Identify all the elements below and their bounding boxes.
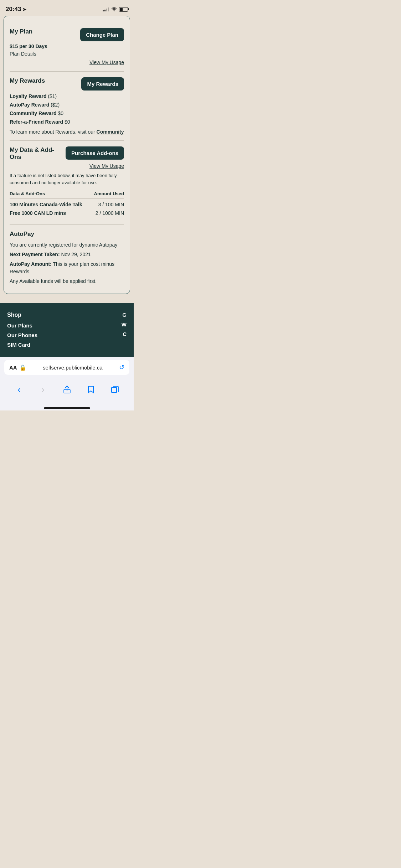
bookmarks-icon (87, 385, 95, 394)
status-icons (103, 7, 128, 12)
reward-community: Community Reward $0 (10, 110, 124, 116)
col-amount-used: Amount Used (94, 191, 124, 196)
my-rewards-button[interactable]: My Rewards (81, 77, 124, 91)
my-plan-title: My Plan (10, 28, 32, 35)
back-icon: ‹ (17, 384, 21, 395)
main-content: My Plan Change Plan $15 per 30 Days Plan… (0, 16, 134, 303)
my-plan-left: My Plan (10, 28, 32, 35)
reward-autopay: AutoPay Reward ($2) (10, 102, 124, 108)
autopay-available-funds: Any Available funds will be applied firs… (10, 278, 124, 285)
addon-row-2: Free 1000 CAN LD mins 2 / 1000 MIN (10, 210, 124, 216)
autopay-registered-text: You are currently registered for dynamic… (10, 241, 124, 249)
wifi-icon (111, 7, 117, 11)
community-link[interactable]: Community (97, 129, 124, 135)
addons-description: If a feature is not listed below, it may… (10, 172, 124, 186)
home-bar (44, 407, 90, 409)
browser-lock-icon: 🔒 (19, 364, 26, 371)
status-time: 20:43 ➤ (6, 6, 26, 13)
my-rewards-header: My Rewards My Rewards (10, 77, 124, 91)
browser-url-area[interactable]: AA 🔒 selfserve.publicmobile.ca ↺ (4, 360, 129, 375)
purchase-addons-button[interactable]: Purchase Add-ons (66, 146, 124, 160)
footer-our-plans[interactable]: Our Plans (7, 322, 37, 329)
data-addons-title: My Data & Add-Ons (10, 146, 66, 161)
reward-refer-friend: Refer-a-Friend Reward $0 (10, 119, 124, 125)
footer-right-2[interactable]: W (122, 321, 127, 327)
bookmarks-button[interactable] (83, 382, 99, 397)
autopay-section: AutoPay You are currently registered for… (10, 225, 124, 285)
addon-row-1: 100 Minutes Canada-Wide Talk 3 / 100 MIN (10, 202, 124, 207)
footer-sim-card[interactable]: SIM Card (7, 342, 37, 348)
time-display: 20:43 (6, 6, 21, 13)
signal-icon (103, 7, 109, 11)
footer-shop-col: Shop Our Plans Our Phones SIM Card (7, 312, 37, 351)
plan-view-usage-link[interactable]: View My Usage (89, 60, 124, 65)
autopay-title: AutoPay (10, 231, 124, 238)
community-text: To learn more about Rewards, visit our C… (10, 129, 124, 135)
footer-right-col: G W C (122, 312, 127, 351)
share-button[interactable] (59, 382, 75, 397)
addons-view-usage-link[interactable]: View My Usage (89, 163, 124, 169)
footer-right-3[interactable]: C (122, 331, 127, 337)
forward-icon: › (41, 384, 45, 395)
svg-rect-3 (112, 387, 117, 393)
footer-right-1[interactable]: G (122, 312, 127, 318)
data-addons-buttons: Purchase Add-ons (66, 146, 124, 160)
footer-our-phones[interactable]: Our Phones (7, 332, 37, 338)
reward-loyalty: Loyalty Reward ($1) (10, 93, 124, 99)
bottom-toolbar: ‹ › (0, 378, 134, 404)
browser-url-display: selfserve.publicmobile.ca (29, 365, 117, 371)
status-bar: 20:43 ➤ (0, 0, 134, 16)
share-icon (63, 385, 71, 394)
battery-icon (119, 7, 128, 12)
data-addons-header: My Data & Add-Ons Purchase Add-ons (10, 146, 124, 161)
browser-aa-button[interactable]: AA (9, 365, 17, 371)
tabs-icon (111, 386, 119, 393)
my-plan-header: My Plan Change Plan (10, 28, 124, 41)
autopay-next-payment: Next Payment Taken: Nov 29, 2021 (10, 251, 124, 258)
data-addons-section: My Data & Add-Ons Purchase Add-ons View … (10, 141, 124, 225)
svg-point-0 (114, 11, 114, 11)
footer-shop-title: Shop (7, 312, 37, 318)
location-icon: ➤ (22, 7, 26, 12)
my-rewards-title: My Rewards (10, 77, 45, 84)
forward-button[interactable]: › (35, 382, 51, 397)
tabs-button[interactable] (107, 382, 123, 397)
browser-bar: AA 🔒 selfserve.publicmobile.ca ↺ (0, 357, 134, 378)
browser-refresh-button[interactable]: ↺ (119, 363, 124, 371)
footer: Shop Our Plans Our Phones SIM Card G W C (0, 303, 134, 357)
plan-price: $15 per 30 Days (10, 43, 124, 49)
back-button[interactable]: ‹ (11, 382, 27, 397)
account-card: My Plan Change Plan $15 per 30 Days Plan… (4, 16, 130, 294)
col-addon: Data & Add-Ons (10, 191, 45, 196)
addons-table-header: Data & Add-Ons Amount Used (10, 191, 124, 199)
my-rewards-section: My Rewards My Rewards Loyalty Reward ($1… (10, 72, 124, 141)
home-indicator (0, 404, 134, 410)
autopay-amount: AutoPay Amount: This is your plan cost m… (10, 260, 124, 275)
rewards-list: Loyalty Reward ($1) AutoPay Reward ($2) … (10, 93, 124, 125)
my-plan-section: My Plan Change Plan $15 per 30 Days Plan… (10, 22, 124, 72)
change-plan-button[interactable]: Change Plan (80, 28, 124, 41)
plan-details-link[interactable]: Plan Details (10, 51, 36, 57)
